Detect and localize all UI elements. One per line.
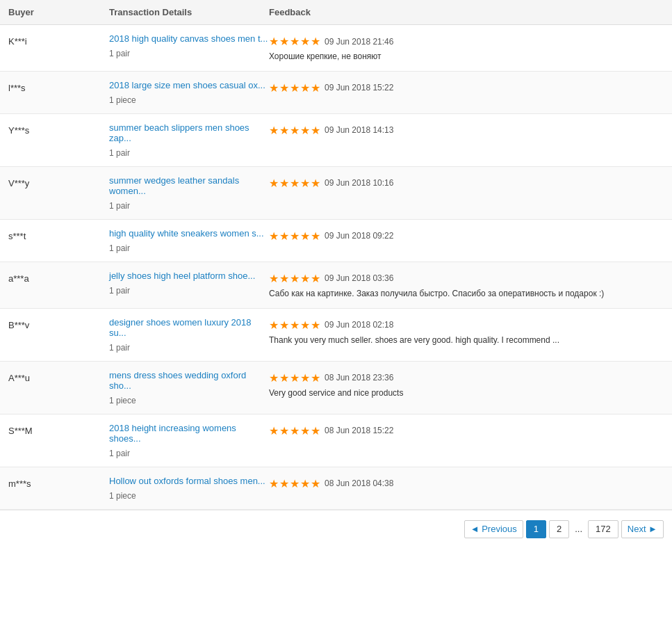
buyer-name: a***a [8, 271, 109, 284]
stars: ★★★★★ [269, 35, 320, 48]
star-icon: ★ [269, 272, 279, 285]
feedback-text: Thank you very much seller. shoes are ve… [269, 335, 664, 346]
transaction-details: 2018 high quality canvas shoes men t... … [109, 33, 269, 58]
feedback-text: Хорошие крепкие, не воняют [269, 51, 664, 63]
table-row: A***u mens dress shoes wedding oxford sh… [0, 362, 672, 414]
feedback-date: 09 Jun 2018 21:46 [325, 37, 393, 47]
buyer-name: m***s [8, 476, 109, 489]
feedback-cell: ★★★★★ 09 Jun 2018 21:46 Хорошие крепкие,… [269, 33, 664, 63]
buyer-name: s***t [8, 228, 109, 241]
transaction-details: high quality white sneakers women s... 1… [109, 228, 269, 253]
feedback-date: 09 Jun 2018 03:36 [325, 273, 393, 283]
quantity: 1 piece [109, 396, 136, 405]
star-icon: ★ [290, 230, 300, 243]
stars-row: ★★★★★ 09 Jun 2018 09:22 [269, 230, 664, 243]
feedback-date: 08 Jun 2018 15:22 [325, 426, 393, 435]
transaction-link[interactable]: summer wedges leather sandals women... [109, 175, 269, 196]
transaction-details: summer wedges leather sandals women... 1… [109, 175, 269, 211]
quantity: 1 piece [109, 95, 136, 105]
buyer-name: K***i [8, 33, 109, 47]
star-icon: ★ [279, 371, 289, 385]
star-icon: ★ [311, 124, 320, 137]
ellipsis: ... [572, 521, 585, 537]
transaction-details: 2018 height increasing womens shoes... 1… [109, 423, 269, 458]
next-button[interactable]: Next ► [621, 520, 664, 538]
feedback-cell: ★★★★★ 09 Jun 2018 10:16 [269, 175, 664, 193]
stars: ★★★★★ [269, 424, 320, 437]
transaction-column-header: Transaction Details [109, 7, 269, 17]
buyer-name: B***v [8, 317, 109, 330]
page-2-button[interactable]: 2 [549, 520, 569, 538]
stars: ★★★★★ [269, 177, 320, 190]
stars: ★★★★★ [269, 81, 320, 95]
page-1-button[interactable]: 1 [526, 520, 546, 538]
transaction-details: designer shoes women luxury 2018 su... 1… [109, 317, 269, 353]
star-icon: ★ [290, 81, 300, 95]
feedback-cell: ★★★★★ 09 Jun 2018 09:22 [269, 228, 664, 245]
star-icon: ★ [311, 424, 320, 437]
star-icon: ★ [279, 35, 289, 48]
stars-row: ★★★★★ 09 Jun 2018 15:22 [269, 81, 664, 95]
star-icon: ★ [290, 477, 300, 490]
stars: ★★★★★ [269, 319, 320, 332]
table-header: Buyer Transaction Details Feedback [0, 0, 672, 25]
table-row: Y***s summer beach slippers men shoes za… [0, 114, 672, 167]
star-icon: ★ [269, 124, 279, 137]
quantity: 1 pair [109, 286, 130, 296]
table-row: S***M 2018 height increasing womens shoe… [0, 414, 672, 467]
star-icon: ★ [269, 35, 279, 48]
star-icon: ★ [311, 371, 320, 385]
star-icon: ★ [279, 477, 289, 490]
page-172-button[interactable]: 172 [588, 520, 618, 538]
feedback-table: Buyer Transaction Details Feedback K***i… [0, 0, 672, 548]
star-icon: ★ [279, 177, 289, 190]
star-icon: ★ [279, 124, 289, 137]
star-icon: ★ [311, 272, 320, 285]
star-icon: ★ [269, 81, 279, 95]
star-icon: ★ [300, 272, 310, 285]
stars: ★★★★★ [269, 371, 320, 385]
transaction-link[interactable]: designer shoes women luxury 2018 su... [109, 317, 269, 338]
stars-row: ★★★★★ 08 Jun 2018 23:36 [269, 371, 664, 385]
star-icon: ★ [311, 35, 320, 48]
star-icon: ★ [290, 371, 300, 385]
star-icon: ★ [290, 124, 300, 137]
quantity: 1 pair [109, 243, 130, 253]
quantity: 1 pair [109, 201, 130, 211]
star-icon: ★ [269, 177, 279, 190]
previous-button[interactable]: ◄ Previous [464, 520, 523, 538]
star-icon: ★ [311, 319, 320, 332]
star-icon: ★ [269, 424, 279, 437]
star-icon: ★ [311, 81, 320, 95]
transaction-link[interactable]: mens dress shoes wedding oxford sho... [109, 370, 269, 391]
star-icon: ★ [300, 477, 310, 490]
star-icon: ★ [290, 319, 300, 332]
table-row: B***v designer shoes women luxury 2018 s… [0, 309, 672, 362]
star-icon: ★ [300, 35, 310, 48]
buyer-column-header: Buyer [8, 7, 109, 17]
feedback-date: 09 Jun 2018 09:22 [325, 231, 393, 241]
transaction-link[interactable]: jelly shoes high heel platform shoe... [109, 271, 269, 281]
transaction-link[interactable]: 2018 height increasing womens shoes... [109, 423, 269, 444]
transaction-link[interactable]: 2018 high quality canvas shoes men t... [109, 33, 269, 44]
feedback-date: 09 Jun 2018 02:18 [325, 320, 393, 330]
star-icon: ★ [279, 272, 289, 285]
transaction-details: mens dress shoes wedding oxford sho... 1… [109, 370, 269, 405]
quantity: 1 pair [109, 148, 130, 158]
stars: ★★★★★ [269, 124, 320, 137]
star-icon: ★ [300, 319, 310, 332]
star-icon: ★ [311, 230, 320, 243]
quantity: 1 pair [109, 49, 130, 58]
transaction-link[interactable]: 2018 large size men shoes casual ox... [109, 80, 269, 90]
feedback-cell: ★★★★★ 08 Jun 2018 04:38 [269, 476, 664, 493]
star-icon: ★ [279, 424, 289, 437]
transaction-link[interactable]: high quality white sneakers women s... [109, 228, 269, 239]
feedback-date: 09 Jun 2018 10:16 [325, 178, 393, 188]
transaction-link[interactable]: summer beach slippers men shoes zap... [109, 122, 269, 143]
buyer-name: l***s [8, 80, 109, 93]
stars-row: ★★★★★ 09 Jun 2018 03:36 [269, 272, 664, 285]
transaction-link[interactable]: Hollow out oxfords formal shoes men... [109, 476, 269, 486]
buyer-name: Y***s [8, 122, 109, 136]
star-icon: ★ [279, 319, 289, 332]
stars-row: ★★★★★ 09 Jun 2018 14:13 [269, 124, 664, 137]
